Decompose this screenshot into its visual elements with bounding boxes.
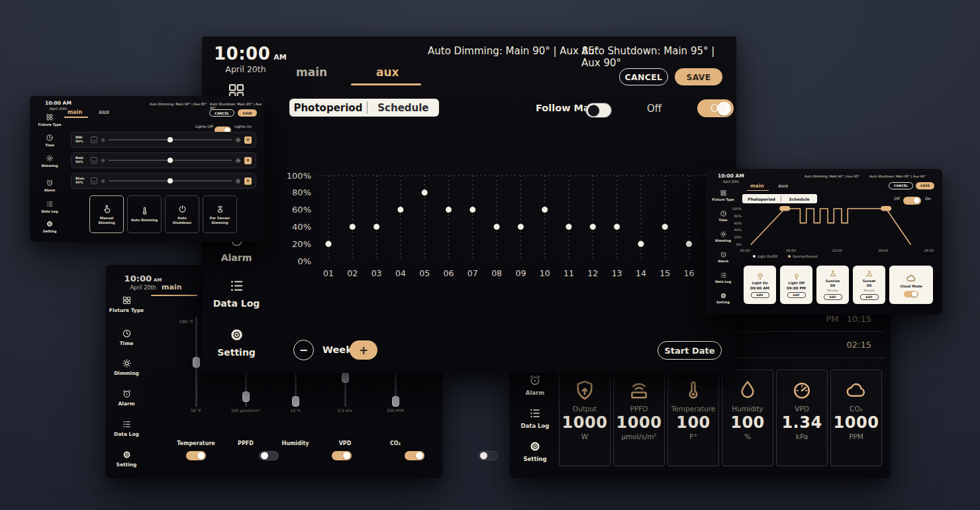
sidebar-item-setting[interactable]: Setting <box>707 292 739 305</box>
clock-icon <box>46 134 54 142</box>
sidebar-item-alarm[interactable]: Alarm <box>107 389 146 407</box>
vpd-slider-knob[interactable] <box>342 372 349 383</box>
humidity-slider-knob[interactable] <box>292 396 299 407</box>
card-light-off[interactable]: Light Off 09:00 PM Edit <box>780 266 812 304</box>
edit-button[interactable]: Edit <box>824 294 842 300</box>
weekly-schedule-chart: 100%80%60%40%20%0%0102030405060708091011… <box>286 166 736 284</box>
co2-slider-knob[interactable] <box>392 396 399 407</box>
legend-dot <box>788 255 791 258</box>
segment-photoperiod[interactable]: Photoperiod <box>742 194 781 203</box>
edit-button[interactable]: Edit <box>751 292 769 298</box>
photoperiod-day-chart: 100%80%60%40%20%0%00:0006:0012:0018:0024… <box>725 203 934 256</box>
humidity-label: Humidity <box>269 440 322 446</box>
co2-scale-min: 300 PPM <box>374 408 416 413</box>
sidebar-item-data-log[interactable]: Data Log <box>33 200 66 213</box>
ppfd-slider-knob[interactable] <box>242 391 250 402</box>
sidebar-label: Data Log <box>213 298 260 309</box>
segment-schedule[interactable]: Schedule <box>368 99 439 117</box>
channel-slider[interactable] <box>109 180 232 181</box>
segment-schedule[interactable]: Schedule <box>781 194 817 203</box>
sidebar-item-setting[interactable]: Setting <box>33 220 66 233</box>
sidebar-label: Data Log <box>41 209 58 213</box>
segment-photoperiod[interactable]: Photoperiod <box>289 99 367 117</box>
cancel-button[interactable]: CANCEL <box>209 109 234 117</box>
brightness-low-icon <box>101 179 105 183</box>
follow-main-toggle[interactable] <box>585 103 612 118</box>
desktop-background: 10:00AM April 20th main Fixture Type Tim… <box>0 0 980 510</box>
tab-aux[interactable]: aux <box>778 183 788 189</box>
co2-toggle[interactable] <box>478 451 498 460</box>
mode-card-auto-shutdown[interactable]: Auto Shutdown <box>165 195 199 233</box>
tab-main[interactable]: main <box>162 283 182 291</box>
channel-increase-button[interactable]: + <box>244 136 252 144</box>
start-date-button[interactable]: Start Date <box>658 341 722 360</box>
temperature-slider-knob[interactable] <box>193 357 200 368</box>
sidebar-item-data-log[interactable]: Data Log <box>514 407 556 429</box>
countdown-time: 02:15 <box>832 340 871 350</box>
sidebar-item-time[interactable]: Time <box>107 329 146 346</box>
sidebar-item-fixture-type[interactable]: Fixture Type <box>33 113 66 127</box>
sidebar-item-dimming[interactable]: Dimming <box>33 154 66 168</box>
sidebar-item-time[interactable]: Time <box>33 134 66 147</box>
card-sunset[interactable]: Sunset 09 Minutes Edit <box>853 266 885 304</box>
sidebar-label: Data Log <box>114 431 139 437</box>
tab-main[interactable]: main <box>296 66 327 79</box>
channel-slider[interactable] <box>109 139 232 140</box>
week-decrement-button[interactable]: − <box>293 340 314 360</box>
ppfd-toggle[interactable] <box>259 451 279 460</box>
mode-card-par-sensor-dimming[interactable]: Par Sensor Dimming <box>203 195 237 233</box>
mode-card-auto-dimming[interactable]: Auto Dimming <box>127 195 162 233</box>
save-button[interactable]: SAVE <box>238 109 257 117</box>
channel-decrease-button[interactable]: − <box>91 157 97 164</box>
alarm-icon <box>528 374 542 387</box>
sidebar-item-data-log[interactable]: Data Log <box>212 278 261 309</box>
sidebar-item-dimming[interactable]: Dimming <box>107 358 146 376</box>
channel-increase-button[interactable]: + <box>244 178 252 185</box>
temperature-toggle[interactable] <box>186 451 206 460</box>
channel-increase-button[interactable]: + <box>244 157 252 164</box>
card-light-on[interactable]: Light On 09:00 AM Edit <box>744 266 776 304</box>
sidebar-label: Setting <box>217 347 256 358</box>
svg-text:05: 05 <box>419 268 430 278</box>
card-cloud-mode[interactable]: Cloud Mode <box>889 266 933 304</box>
sidebar-item-alarm[interactable]: Alarm <box>33 179 66 192</box>
weekly-schedule-chart-svg: 100%80%60%40%20%0%0102030405060708091011… <box>286 166 736 284</box>
sidebar-item-data-log[interactable]: Data Log <box>107 419 146 437</box>
svg-text:11: 11 <box>564 268 574 278</box>
list-icon <box>228 278 245 294</box>
cancel-button[interactable]: CANCEL <box>619 68 668 85</box>
edit-button[interactable]: Edit <box>787 292 806 298</box>
save-button[interactable]: SAVE <box>916 182 934 189</box>
week-increment-button[interactable]: + <box>350 340 377 360</box>
sidebar-item-fixture-type[interactable]: Fixture Type <box>107 295 146 313</box>
sidebar-item-setting[interactable]: Setting <box>514 440 556 462</box>
channel-decrease-button[interactable]: − <box>91 136 97 143</box>
sensor-card-value: 1000 <box>562 413 608 432</box>
tab-aux[interactable]: aux <box>99 109 109 115</box>
tab-aux[interactable]: aux <box>376 66 399 79</box>
channel-slider[interactable] <box>109 160 232 161</box>
sidebar-item-setting[interactable]: Setting <box>212 327 261 358</box>
card-title: Light Off <box>788 281 804 285</box>
sidebar-item-setting[interactable]: Setting <box>107 450 146 468</box>
channel-decrease-button[interactable]: − <box>91 178 97 184</box>
svg-text:20%: 20% <box>734 235 742 239</box>
cloud-icon <box>906 273 916 283</box>
vpd-toggle[interactable] <box>405 451 424 460</box>
humidity-toggle[interactable] <box>332 451 352 460</box>
clock-meridiem: AM <box>154 278 162 283</box>
edit-button[interactable]: Edit <box>860 294 879 300</box>
save-button[interactable]: SAVE <box>675 68 722 85</box>
sidebar-item-alarm[interactable]: Alarm <box>514 374 556 396</box>
tab-main[interactable]: main <box>68 109 82 115</box>
cancel-button[interactable]: CANCEL <box>889 182 913 189</box>
tab-main[interactable]: main <box>750 183 764 189</box>
sidebar-item-data-log[interactable]: Data Log <box>707 272 739 284</box>
tab-main-underline <box>747 190 769 191</box>
mode-card-manual-dimming[interactable]: Manual Dimming <box>89 195 124 233</box>
svg-text:08: 08 <box>491 268 502 278</box>
card-unit: Minutes <box>827 289 838 292</box>
cloud-mode-toggle[interactable] <box>904 291 918 297</box>
sidebar-item-fixture-type[interactable]: Fixture Type <box>707 189 739 202</box>
card-sunrise[interactable]: Sunrise 09 Minutes Edit <box>816 266 849 304</box>
